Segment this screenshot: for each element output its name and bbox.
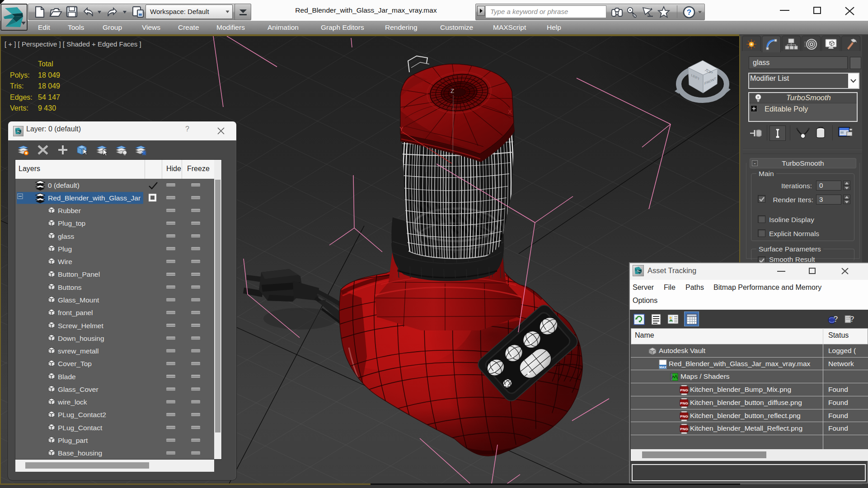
- svg-text:Total: Total: [38, 60, 53, 68]
- svg-text:Rubber: Rubber: [58, 207, 81, 214]
- svg-text:glass: glass: [58, 232, 74, 240]
- svg-text:wire_lock: wire_lock: [57, 398, 87, 406]
- svg-text:Plug_top: Plug_top: [58, 219, 85, 227]
- svg-text:Verts:: Verts:: [10, 104, 28, 112]
- svg-text:Tris:: Tris:: [10, 82, 24, 90]
- svg-text:18 049: 18 049: [38, 71, 60, 79]
- svg-text:54 147: 54 147: [38, 93, 60, 101]
- svg-text:18 049: 18 049: [38, 82, 60, 90]
- svg-text:PLug_Contact: PLug_Contact: [58, 424, 103, 432]
- svg-text:Plug_part: Plug_part: [58, 437, 88, 444]
- svg-text:Glass_Cover: Glass_Cover: [58, 386, 99, 393]
- svg-text:Glass_Mount: Glass_Mount: [58, 296, 99, 304]
- svg-text:PLug_Contact2: PLug_Contact2: [58, 411, 106, 418]
- svg-text:?: ?: [687, 8, 691, 17]
- svg-text:Plug: Plug: [58, 245, 72, 253]
- svg-text:Blade: Blade: [58, 373, 76, 381]
- svg-text:PNG: PNG: [680, 427, 688, 431]
- svg-text:MAX: MAX: [659, 366, 666, 369]
- svg-text:9 430: 9 430: [38, 104, 56, 112]
- svg-text:PNG: PNG: [680, 401, 688, 405]
- svg-text:Y: Y: [399, 125, 404, 132]
- svg-text:Buttons: Buttons: [58, 284, 82, 291]
- svg-text:Red_Blender_with_Glass_Jar: Red_Blender_with_Glass_Jar: [48, 194, 141, 202]
- svg-text:?: ?: [849, 315, 854, 324]
- svg-text:svrew_metall: svrew_metall: [58, 347, 99, 355]
- svg-text:Wire: Wire: [58, 258, 72, 265]
- svg-text:Z: Z: [450, 88, 454, 94]
- svg-text:?: ?: [833, 315, 838, 324]
- svg-text:Edges:: Edges:: [10, 93, 33, 101]
- svg-text:0 (default): 0 (default): [48, 181, 80, 189]
- svg-text:Cover_Top: Cover_Top: [58, 360, 92, 367]
- svg-text:Screw_Helmet: Screw_Helmet: [58, 322, 103, 330]
- svg-text:[ + ] [ Perspective ] [ Shaded: [ + ] [ Perspective ] [ Shaded + Edged F…: [5, 40, 141, 48]
- svg-text:Down_housing: Down_housing: [58, 335, 104, 342]
- svg-text:PNG: PNG: [680, 388, 688, 392]
- svg-text:Polys:: Polys:: [10, 71, 30, 79]
- svg-text:Base_housing: Base_housing: [58, 449, 102, 457]
- svg-text:PNG: PNG: [680, 414, 688, 418]
- svg-text:X: X: [508, 108, 512, 115]
- svg-text:front_panel: front_panel: [58, 309, 93, 316]
- svg-text:Button_Panel: Button_Panel: [58, 270, 100, 278]
